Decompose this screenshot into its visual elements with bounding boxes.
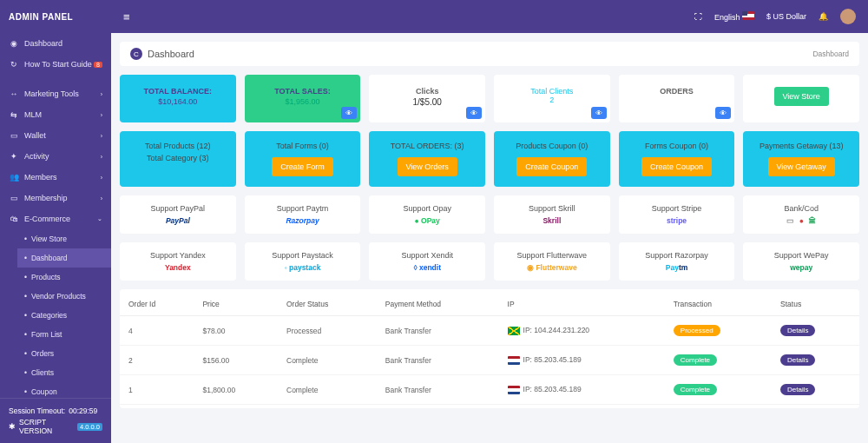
sub-orders[interactable]: Orders [17, 344, 111, 363]
support-paypal: Support PayPalPayPal [120, 195, 236, 234]
view-orders-button[interactable]: View Orders [398, 157, 457, 176]
wallet-icon: ▭ [9, 131, 19, 140]
stat-balance: TOTAL BALANCE: $10,164.00 [120, 75, 236, 122]
action-products-coupon: Products Coupon (0) Create Coupon [494, 131, 610, 187]
sub-dashboard[interactable]: Dashboard [17, 248, 111, 268]
details-button[interactable]: Details [780, 384, 815, 395]
nav-members[interactable]: 👥Members› [0, 167, 111, 188]
brand-title: ADMIN PANEL [0, 0, 111, 33]
sub-vendor-products[interactable]: Vendor Products [17, 287, 111, 306]
dashboard-icon: C [130, 48, 142, 60]
paystack-logo-icon: ◦ paystack [250, 263, 356, 272]
flag-jm-icon [508, 327, 520, 335]
nav-guide[interactable]: ↻How To Start Guide8 [0, 54, 111, 75]
flag-nl-icon [508, 356, 520, 365]
yandex-logo-icon: Yandex [125, 263, 231, 272]
cart-icon: 🛍 [9, 215, 19, 223]
support-razorpay: Support RazorpayPaytm [619, 242, 735, 281]
eye-icon[interactable]: 👁 [715, 107, 731, 119]
help-icon: ↻ [9, 60, 19, 69]
bell-icon[interactable]: 🔔 [819, 12, 828, 21]
stat-clients: Total Clients 2 👁 [494, 75, 610, 122]
currency-selector[interactable]: $ US Dollar [766, 12, 806, 21]
create-product-coupon-button[interactable]: Create Coupon [516, 157, 587, 176]
tree-icon: ⇆ [9, 110, 19, 119]
page-title: Dashboard [148, 49, 194, 59]
flag-us-icon [742, 11, 754, 20]
gauge-icon: ◉ [9, 39, 19, 48]
chevron-right-icon: › [101, 133, 102, 139]
table-row: 2$156.00CompleteBank TransferIP: 85.203.… [120, 346, 859, 375]
tx-badge: Complete [674, 354, 717, 366]
session-timeout: 00:29:59 [69, 407, 97, 415]
support-skrill: Support SkrillSkrill [494, 195, 610, 234]
nav: ◉Dashboard ↻How To Start Guide8 ↔Marketi… [0, 33, 111, 398]
opay-logo-icon: ● OPay [374, 216, 480, 225]
nav-membership[interactable]: ▭Membership› [0, 188, 111, 208]
view-gateway-button[interactable]: View Getaway [768, 157, 835, 176]
paytm-logo-icon: Paytm [624, 263, 730, 272]
view-store-button[interactable]: View Store [774, 87, 829, 106]
stripe-logo-icon: stripe [624, 216, 730, 225]
nav-wallet[interactable]: ▭Wallet› [0, 125, 111, 146]
view-store-card: View Store [743, 75, 859, 122]
avatar[interactable] [840, 9, 856, 24]
chevron-right-icon: › [101, 195, 102, 202]
action-forms-coupon: Forms Coupon (0) Create Coupon [619, 131, 735, 187]
flutterwave-logo-icon: ◉ Flutterwave [499, 263, 605, 272]
sub-categories[interactable]: Categories [17, 306, 111, 325]
support-paystack: Support Paystack◦ paystack [245, 242, 361, 281]
nav-mlm[interactable]: ⇆MLM› [0, 104, 111, 125]
xendit-logo-icon: ◊ xendit [374, 263, 480, 272]
nav-dashboard[interactable]: ◉Dashboard [0, 33, 111, 54]
details-button[interactable]: Details [780, 354, 815, 366]
action-products: Total Products (12) Total Category (3) [120, 131, 236, 187]
sub-view-store[interactable]: View Store [17, 229, 111, 248]
support-opay: Support Opay● OPay [369, 195, 485, 234]
paypal-logo-icon: PayPal [125, 216, 231, 225]
nav-marketing[interactable]: ↔Marketing Tools› [0, 83, 111, 104]
create-forms-coupon-button[interactable]: Create Coupon [641, 157, 712, 176]
create-form-button[interactable]: Create Form [272, 157, 333, 176]
support-stripe: Support Stripestripe [619, 195, 735, 234]
skrill-logo-icon: Skrill [499, 216, 605, 225]
flag-nl-icon [508, 386, 520, 394]
support-xendit: Support Xendit◊ xendit [369, 242, 485, 281]
guide-badge: 8 [94, 62, 102, 68]
version-badge: 4.0.0.0 [77, 423, 102, 431]
arrows-icon: ↔ [9, 89, 19, 98]
sub-clients[interactable]: Clients [17, 363, 111, 382]
chevron-right-icon: › [101, 175, 102, 181]
chevron-right-icon: › [101, 91, 102, 97]
language-selector[interactable]: English [714, 11, 754, 22]
eye-icon[interactable]: 👁 [591, 107, 607, 119]
chevron-right-icon: › [101, 154, 102, 160]
page-header: C Dashboard Dashboard [120, 42, 859, 66]
action-gateway: Payments Getaway (13) View Getaway [743, 131, 859, 187]
details-button[interactable]: Details [780, 325, 815, 336]
stat-clicks: Clicks 1/$5.00 👁 [369, 75, 485, 122]
tx-badge: Complete [674, 384, 717, 395]
menu-toggle-icon[interactable]: ≡ [123, 10, 130, 23]
card-icon: ▭ [9, 194, 19, 202]
chevron-down-icon: ⌄ [97, 215, 102, 222]
bank-logo-icon: ▭●🏛 [748, 216, 854, 225]
fullscreen-icon[interactable]: ⛶ [694, 12, 702, 21]
users-icon: 👥 [9, 173, 19, 182]
support-paytm: Support PaytmRazorpay [245, 195, 361, 234]
activity-icon: ✦ [9, 152, 19, 161]
sub-form-list[interactable]: Form List [17, 325, 111, 344]
topbar: ≡ ⛶ English $ US Dollar 🔔 [111, 0, 868, 33]
tx-badge: Processed [674, 325, 720, 336]
support-bankcod: Bank/Cod▭●🏛 [743, 195, 859, 234]
wepay-logo-icon: wepay [748, 263, 854, 272]
stat-orders: ORDERS 👁 [619, 75, 735, 122]
eye-icon[interactable]: 👁 [341, 107, 357, 119]
nav-activity[interactable]: ✦Activity› [0, 146, 111, 167]
nav-ecommerce-sub: View Store Dashboard Products Vendor Pro… [0, 229, 111, 398]
sub-products[interactable]: Products [17, 268, 111, 287]
eye-icon[interactable]: 👁 [466, 107, 482, 119]
nav-ecommerce[interactable]: 🛍E-Commerce⌄ [0, 208, 111, 229]
sub-coupon[interactable]: Coupon [17, 382, 111, 398]
chevron-right-icon: › [101, 112, 102, 118]
